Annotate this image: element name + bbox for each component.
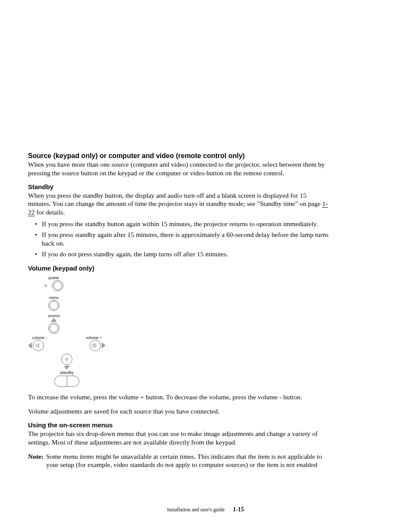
arrow-left-icon [28, 342, 32, 348]
page-footer: Installation and user's guide 1-15 [0, 506, 411, 513]
standby-button-icon [54, 376, 79, 387]
arrow-right-icon [102, 342, 106, 348]
keypad-label-power: power [45, 276, 62, 280]
para-source: When you have more than one source (comp… [28, 160, 330, 177]
heading-menus: Using the on-screen menus [28, 421, 330, 429]
list-item: If you press standby again after 15 minu… [35, 230, 330, 247]
footer-text: Installation and user's guide [167, 507, 225, 513]
keypad-label-standby: standby [41, 370, 93, 375]
standby-text-a: When you press the standby button, the d… [28, 192, 322, 207]
note-label: Note: [28, 452, 44, 469]
power-button-icon [52, 280, 63, 291]
volplus-button-icon [90, 340, 101, 351]
heading-standby: Standby [28, 183, 330, 191]
arrow-down-icon [64, 366, 70, 370]
keypad-label-volplus: volume + [86, 336, 102, 340]
para-volume-2: Volume adjustments are saved for each so… [28, 407, 330, 415]
menu-button-icon [48, 300, 59, 311]
dot-icon [65, 358, 68, 361]
note-block: Note: Some menu items might be unavailab… [28, 452, 330, 469]
list-item: If you press the standby button again wi… [35, 220, 330, 228]
standby-bullets: If you press the standby button again wi… [28, 220, 330, 258]
standby-text-b: for details. [35, 208, 65, 216]
para-volume-1: To increase the volume, press the volume… [28, 393, 330, 401]
para-standby: When you press the standby button, the d… [28, 191, 330, 216]
keypad-label-volminus: volume - [32, 336, 47, 340]
nav-center-icon [61, 354, 72, 365]
volminus-button-icon [33, 340, 44, 351]
led-icon [44, 284, 47, 287]
keypad-label-source: source [28, 314, 80, 318]
arrow-up-icon [51, 318, 57, 322]
heading-source: Source (keypad only) or computer and vid… [28, 152, 330, 160]
keypad-label-menu: menu [28, 296, 80, 300]
note-body: Some menu items might be unavailable at … [44, 452, 330, 469]
keypad-figure: power menu source volume - volume + [28, 276, 106, 387]
heading-volume: Volume (keypad only) [28, 264, 330, 272]
source-button-icon [48, 323, 59, 334]
page-number: 1-15 [233, 506, 244, 513]
list-item: If you do not press standby again, the l… [35, 250, 330, 258]
para-menus: The projector has six drop-down menus th… [28, 429, 330, 446]
